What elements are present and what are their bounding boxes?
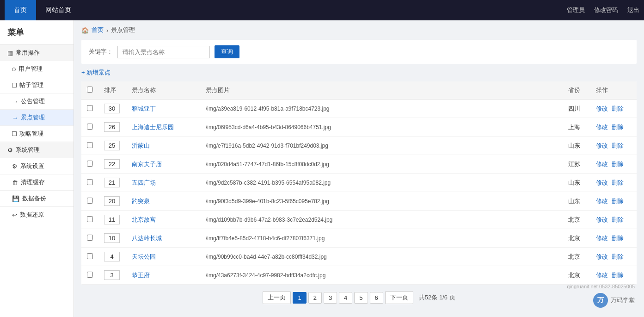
edit-button-1[interactable]: 修改: [596, 124, 608, 131]
search-label: 关键字：: [89, 48, 113, 56]
th-name: 景点名称: [126, 81, 200, 99]
page-info: 共52条 1/6 页: [419, 293, 455, 302]
row-province-5: 山东: [563, 192, 590, 211]
arrow-icon-notice: →: [12, 98, 18, 105]
sidebar-item-data-restore[interactable]: ↩ 数据还原: [0, 206, 74, 223]
row-order-2: 25: [98, 137, 126, 155]
delete-button-7[interactable]: 删除: [612, 235, 624, 242]
add-scenic-link[interactable]: + 新增景点: [81, 68, 110, 77]
sidebar-item-data-backup[interactable]: 💾 数据备份: [0, 190, 74, 206]
scenic-name-link-4[interactable]: 五四广场: [132, 179, 156, 186]
sidebar-group-common[interactable]: ▦ 常用操作: [0, 44, 74, 61]
row-checkbox-8[interactable]: [87, 253, 93, 259]
delete-button-0[interactable]: 删除: [612, 105, 624, 112]
delete-button-2[interactable]: 删除: [612, 142, 624, 149]
sidebar-item-system-settings[interactable]: ⚙ 系统设置: [0, 158, 74, 174]
top-nav: 首页 网站首页 管理员 修改密码 退出: [0, 0, 644, 20]
breadcrumb-home[interactable]: 首页: [92, 26, 104, 34]
edit-button-7[interactable]: 修改: [596, 235, 608, 242]
page-5-button[interactable]: 5: [354, 292, 368, 304]
edit-button-6[interactable]: 修改: [596, 216, 608, 223]
page-2-button[interactable]: 2: [308, 292, 322, 304]
table-row: 4 天坛公园 /img/90b99cc0-ba4d-44e7-a82b-cc80…: [81, 248, 637, 266]
nav-logout[interactable]: 退出: [627, 6, 639, 14]
row-checkbox-cell: [81, 174, 98, 192]
edit-button-5[interactable]: 修改: [596, 198, 608, 205]
sidebar-item-strategy-management[interactable]: 攻略管理: [0, 125, 74, 142]
scenic-name-link-3[interactable]: 南京夫子庙: [132, 161, 162, 168]
scenic-name-link-9[interactable]: 恭王府: [132, 272, 150, 279]
delete-button-5[interactable]: 删除: [612, 198, 624, 205]
row-checkbox-cell: [81, 155, 98, 174]
row-checkbox-3[interactable]: [87, 161, 93, 167]
scenic-name-link-0[interactable]: 稻城亚丁: [132, 105, 156, 112]
delete-button-6[interactable]: 删除: [612, 216, 624, 223]
row-checkbox-6[interactable]: [87, 216, 93, 222]
search-input[interactable]: [117, 46, 210, 58]
delete-button-1[interactable]: 删除: [612, 124, 624, 131]
table-row: 20 趵突泉 /img/90f3d5d9-399e-401b-8c23-5f65…: [81, 192, 637, 211]
row-order-1: 26: [98, 118, 126, 137]
breadcrumb-separator: ›: [106, 27, 108, 34]
sidebar-group-system[interactable]: ⚙ 系统管理: [0, 142, 74, 158]
sidebar-item-user-management[interactable]: 用户管理: [0, 61, 74, 77]
home-icon: 🏠: [81, 27, 89, 34]
scenic-name-link-1[interactable]: 上海迪士尼乐园: [132, 124, 174, 131]
delete-button-9[interactable]: 删除: [612, 272, 624, 279]
page-3-button[interactable]: 3: [324, 292, 337, 304]
sidebar-item-notice-management[interactable]: → 公告管理: [0, 93, 74, 109]
gear-icon: ⚙: [7, 147, 13, 154]
sidebar-item-scenic-management[interactable]: → 景点管理: [0, 109, 74, 125]
edit-button-3[interactable]: 修改: [596, 161, 608, 168]
page-6-button[interactable]: 6: [370, 292, 383, 304]
scenic-name-link-5[interactable]: 趵突泉: [132, 198, 150, 205]
row-checkbox-4[interactable]: [87, 179, 93, 185]
row-name-9: 恭王府: [126, 266, 200, 285]
table-row: 21 五四广场 /img/9d2c587b-c382-4191-b395-655…: [81, 174, 637, 192]
prev-page-button[interactable]: 上一页: [263, 291, 291, 304]
select-all-checkbox[interactable]: [87, 87, 93, 93]
edit-button-8[interactable]: 修改: [596, 253, 608, 260]
scenic-name-link-8[interactable]: 天坛公园: [132, 253, 156, 260]
nav-change-password[interactable]: 修改密码: [594, 6, 618, 14]
row-checkbox-9[interactable]: [87, 272, 93, 278]
row-checkbox-2[interactable]: [87, 142, 93, 148]
rect-icon: [12, 82, 17, 89]
row-img-6: /img/d109bb7b-d9b6-47a2-b983-3c7e2ea2d52…: [200, 211, 563, 229]
page-1-button[interactable]: 1: [293, 292, 306, 304]
row-order-8: 4: [98, 248, 126, 266]
row-order-3: 22: [98, 155, 126, 174]
next-page-button[interactable]: 下一页: [385, 291, 413, 304]
row-order-6: 11: [98, 211, 126, 229]
delete-button-8[interactable]: 删除: [612, 253, 624, 260]
scenic-name-link-2[interactable]: 沂蒙山: [132, 142, 150, 149]
table-row: 22 南京夫子庙 /img/020d4a51-7747-47d1-86fb-15…: [81, 155, 637, 174]
row-img-2: /img/e7f1916a-5db2-4942-91d3-f701bf249d0…: [200, 137, 563, 155]
row-checkbox-7[interactable]: [87, 235, 93, 241]
sidebar-item-post-management[interactable]: 帖子管理: [0, 77, 74, 93]
edit-button-2[interactable]: 修改: [596, 142, 608, 149]
delete-button-3[interactable]: 删除: [612, 161, 624, 168]
table-body: 30 稻城亚丁 /img/a39ea819-6012-4f95-b81a-a9f…: [81, 99, 637, 285]
row-action-9: 修改 删除: [590, 266, 637, 285]
query-button[interactable]: 查询: [215, 45, 239, 58]
row-checkbox-5[interactable]: [87, 198, 93, 204]
sidebar-title: 菜单: [0, 20, 74, 44]
nav-home[interactable]: 首页: [5, 0, 36, 20]
sidebar-item-clear-cache[interactable]: 🗑 清理缓存: [0, 174, 74, 190]
edit-button-0[interactable]: 修改: [596, 105, 608, 112]
row-checkbox-1[interactable]: [87, 124, 93, 130]
scenic-name-link-7[interactable]: 八达岭长城: [132, 235, 162, 242]
delete-button-4[interactable]: 删除: [612, 179, 624, 186]
edit-button-4[interactable]: 修改: [596, 179, 608, 186]
layout: 菜单 ▦ 常用操作 用户管理 帖子管理 → 公告管理 → 景点管理 攻略管理 ⚙: [0, 20, 644, 317]
nav-website-home[interactable]: 网站首页: [36, 0, 80, 20]
row-checkbox-0[interactable]: [87, 105, 93, 111]
page-4-button[interactable]: 4: [339, 292, 352, 304]
nav-admin-user[interactable]: 管理员: [567, 6, 585, 14]
rect-icon-strategy: [12, 131, 17, 137]
row-name-2: 沂蒙山: [126, 137, 200, 155]
edit-button-9[interactable]: 修改: [596, 272, 608, 279]
scenic-name-link-6[interactable]: 北京故宫: [132, 216, 156, 223]
row-img-4: /img/9d2c587b-c382-4191-b395-6554af95a08…: [200, 174, 563, 192]
